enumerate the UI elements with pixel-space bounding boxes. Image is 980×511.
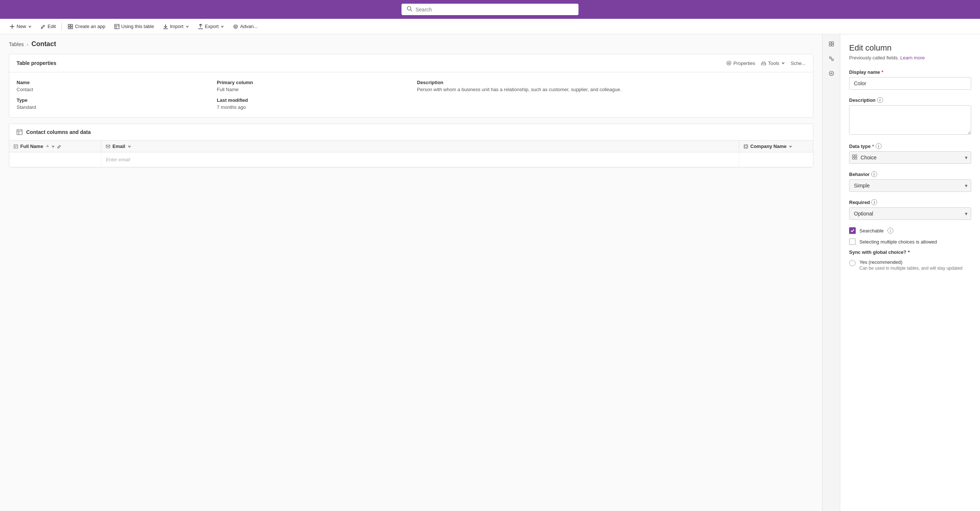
data-cell-company xyxy=(739,152,813,167)
breadcrumb-separator: › xyxy=(27,42,29,47)
top-bar xyxy=(0,0,980,19)
behavior-group: Behavior i Simple ▾ xyxy=(849,171,971,192)
search-box xyxy=(401,4,579,15)
display-name-required: * xyxy=(881,69,883,75)
breadcrumb: Tables › Contact xyxy=(9,40,813,48)
card-body: Name Contact Type Standard Primary colum… xyxy=(9,72,813,117)
svg-rect-36 xyxy=(832,44,834,46)
side-icon-3[interactable] xyxy=(826,67,837,79)
name-value: Contact xyxy=(17,87,211,92)
search-input[interactable] xyxy=(415,6,573,13)
schema-tab-button[interactable]: Sche... xyxy=(791,61,806,66)
side-icon-2[interactable] xyxy=(826,53,837,65)
toolbar-separator xyxy=(62,23,62,30)
using-this-table-button[interactable]: Using this table xyxy=(111,22,158,31)
data-row-1: Enter email xyxy=(9,152,813,167)
svg-point-17 xyxy=(235,26,236,27)
description-label: Description i xyxy=(849,97,971,103)
learn-more-link[interactable]: Learn more xyxy=(900,55,925,61)
new-button[interactable]: New xyxy=(6,22,35,31)
card-header: Table properties Properties Tools Sche..… xyxy=(9,54,813,72)
new-label: New xyxy=(17,24,26,29)
description-textarea[interactable] xyxy=(849,105,971,135)
properties-button[interactable]: Properties xyxy=(726,61,755,66)
breadcrumb-current: Contact xyxy=(31,40,56,48)
required-group: Required i Optional ▾ xyxy=(849,199,971,220)
sync-global-title: Sync with global choice? * xyxy=(849,249,971,255)
col-header-company: Company Name xyxy=(739,141,813,152)
sort-up-icon xyxy=(45,145,49,149)
multiple-choices-label: Selecting multiple choices is allowed xyxy=(859,239,937,244)
import-label: Import xyxy=(170,24,184,29)
schema-tab-label: Sche... xyxy=(791,61,806,66)
data-type-group: Data type * i Choice ▾ xyxy=(849,143,971,164)
behavior-label-text: Behavior xyxy=(849,172,870,177)
import-button[interactable]: Import xyxy=(159,22,193,31)
checkmark-icon xyxy=(850,228,854,233)
svg-rect-35 xyxy=(829,44,831,46)
edit-fullname-icon[interactable] xyxy=(57,144,65,149)
tools-button[interactable]: Tools xyxy=(761,61,784,66)
create-app-button[interactable]: Create an app xyxy=(64,22,109,31)
multiple-choices-checkbox[interactable] xyxy=(849,238,856,245)
behavior-wrapper: Simple ▾ xyxy=(849,179,971,192)
required-label: Required i xyxy=(849,199,971,205)
properties-icon xyxy=(726,61,732,65)
chevron-down-icon-3 xyxy=(221,25,224,29)
section-header: Contact columns and data xyxy=(9,124,813,141)
email-icon xyxy=(106,144,110,149)
edit-label: Edit xyxy=(48,24,56,29)
dropdown-icon-2[interactable] xyxy=(127,145,131,149)
data-table-header: Full Name Email Company Name xyxy=(9,141,813,152)
columns-icon xyxy=(17,129,22,135)
behavior-select[interactable]: Simple xyxy=(849,179,971,192)
dropdown-icon[interactable] xyxy=(51,145,55,149)
edit-button[interactable]: Edit xyxy=(37,22,59,31)
edit-icon xyxy=(41,24,46,29)
required-select[interactable]: Optional xyxy=(849,208,971,220)
data-type-select[interactable]: Choice xyxy=(849,151,971,164)
side-icon-1[interactable] xyxy=(826,38,837,50)
advanced-button[interactable]: Advan... xyxy=(229,22,261,31)
export-button[interactable]: Export xyxy=(194,22,228,31)
panel-subtitle: Previously called fields. Learn more xyxy=(849,55,971,61)
chevron-down-icon xyxy=(28,25,32,29)
search-icon xyxy=(407,6,412,13)
side-strip xyxy=(822,34,840,511)
svg-line-4 xyxy=(41,29,42,29)
description-group: Description i xyxy=(849,97,971,136)
breadcrumb-tables-link[interactable]: Tables xyxy=(9,42,24,47)
svg-rect-34 xyxy=(832,42,834,43)
properties-btn-label: Properties xyxy=(733,61,755,66)
toolbar: New Edit Create an app Using this table … xyxy=(0,19,980,34)
yes-recommended-radio[interactable] xyxy=(849,260,856,267)
name-label: Name xyxy=(17,80,211,85)
data-cell-email: Enter email xyxy=(102,152,739,167)
sync-global-label-text: Sync with global choice? xyxy=(849,249,906,255)
searchable-checkbox[interactable] xyxy=(849,227,856,234)
svg-rect-32 xyxy=(745,145,747,148)
svg-point-38 xyxy=(831,59,833,61)
display-name-group: Display name * xyxy=(849,69,971,89)
svg-rect-9 xyxy=(115,24,119,29)
sync-global-group: Sync with global choice? * Yes (recommen… xyxy=(849,249,971,271)
display-name-input[interactable] xyxy=(849,77,971,89)
behavior-info-icon: i xyxy=(871,171,877,177)
sync-global-required: * xyxy=(908,249,910,255)
svg-line-1 xyxy=(411,10,412,11)
svg-line-39 xyxy=(830,59,832,59)
card-title: Table properties xyxy=(17,60,56,66)
dropdown-icon-3[interactable] xyxy=(789,145,792,149)
svg-point-40 xyxy=(829,71,834,76)
yes-recommended-content: Yes (recommended) Can be used in multipl… xyxy=(859,259,963,271)
lookup-icon xyxy=(744,144,748,149)
settings-icon xyxy=(233,24,238,29)
description-label: Description xyxy=(417,80,806,85)
create-app-label: Create an app xyxy=(75,24,105,29)
left-content: Tables › Contact Table properties Proper… xyxy=(0,34,822,511)
table-properties-card: Table properties Properties Tools Sche..… xyxy=(9,54,813,118)
type-value: Standard xyxy=(17,104,211,110)
text-icon xyxy=(14,144,18,149)
svg-point-41 xyxy=(830,73,832,74)
data-type-info-icon: i xyxy=(876,143,881,149)
